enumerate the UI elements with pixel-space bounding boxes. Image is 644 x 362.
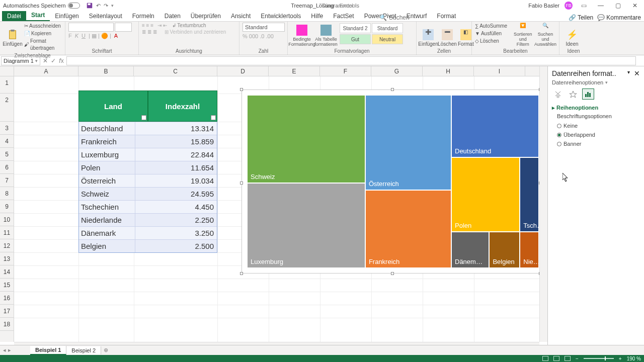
view-pagebreak-icon[interactable] [565,356,571,361]
row-headers[interactable]: 1 2 3 4 5 6 7 8 9 10 11 12 13 14 15 16 1… [0,76,14,342]
pane-subtitle[interactable]: Datenreihenoptionen▾ [552,79,640,85]
sort-filter-button[interactable]: 🔽Sortieren und Filtern [513,23,533,47]
row-3[interactable]: 3 [0,122,14,135]
col-F[interactable]: F [320,66,371,76]
autosum-button[interactable]: ∑ AutoSumme [475,23,511,30]
cell-land[interactable]: Frankreich [79,135,135,148]
row-1[interactable]: 1 [0,76,14,94]
table-row[interactable]: Polen11.654 [79,161,217,174]
cell-land[interactable]: Polen [79,161,135,174]
toggle-icon[interactable] [68,3,80,9]
format-as-table-button[interactable]: Als Tabelle formatieren [315,23,337,47]
table-row[interactable]: Belgien2.500 [79,239,217,252]
tab-view[interactable]: Ansicht [226,11,256,21]
col-B[interactable]: B [78,66,134,76]
cell-land[interactable]: Belgien [79,240,135,252]
col-G[interactable]: G [371,66,423,76]
cell-index[interactable]: 4.450 [135,201,217,213]
wrap-text-button[interactable]: ↲ Textumbruch [172,23,206,28]
cell-index[interactable]: 2.250 [135,214,217,226]
vertical-scrollbar[interactable] [539,66,547,342]
option-uberlappend[interactable]: Überlappend [557,130,640,139]
col-D[interactable]: D [217,66,269,76]
cancel-fx-icon[interactable]: ✕ [41,57,49,64]
cell-style-1[interactable]: Standard 2 [340,23,371,33]
qat-dropdown-icon[interactable]: ▾ [111,3,114,8]
cut-button[interactable]: ✂ Ausschneiden [24,23,62,30]
table-row[interactable]: Dänemark3.250 [79,226,217,239]
worksheet-grid[interactable]: A B C D E F G H I 1 2 3 4 5 6 7 8 9 10 1… [0,66,547,349]
tab-insert[interactable]: Einfügen [50,11,84,21]
row-10[interactable]: 10 [0,213,14,226]
number-format-select[interactable]: Standard [243,23,285,32]
row-6[interactable]: 6 [0,161,14,174]
fx-icon[interactable]: fx [57,57,65,64]
cell-land[interactable]: Niederlande [79,214,135,226]
tab-format[interactable]: Format [432,11,461,21]
col-H[interactable]: H [423,66,474,76]
tm-polen[interactable]: Polen [451,157,520,232]
tm-niederlande[interactable]: Nie… [520,232,539,268]
tm-osterreich[interactable]: Österreich [365,95,451,190]
sheet-tab-1[interactable]: Beispiel 1 [30,346,66,355]
insert-cells-button[interactable]: ➕Einfügen [420,23,437,47]
filter-icon[interactable] [211,115,216,120]
cell-index[interactable]: 15.859 [135,135,217,148]
table-row[interactable]: Schweiz24.595 [79,187,217,200]
tab-developer[interactable]: Entwicklertools [256,11,306,21]
sheet-nav-next-icon[interactable]: ▸ [8,347,11,353]
copy-button[interactable]: 📄 Kopieren [24,30,62,37]
cell-index[interactable]: 22.844 [135,148,217,161]
delete-cells-button[interactable]: ➖Löschen [439,23,456,47]
col-C[interactable]: C [134,66,217,76]
section-reihenoptionen[interactable]: ▸ Reihenoptionen [552,105,640,111]
font-name-select[interactable] [68,23,114,32]
row-11[interactable]: 11 [0,226,14,239]
user-name[interactable]: Fabio Basler [528,3,559,9]
tm-danemark[interactable]: Dänem… [451,232,489,268]
cell-land[interactable]: Schweiz [79,188,135,200]
cell-style-3[interactable]: Gut [340,34,371,44]
tab-factset[interactable]: FactSet [328,11,359,21]
cell-index[interactable]: 3.250 [135,227,217,239]
comments-button[interactable]: 💬Kommentare [597,14,641,21]
tab-file[interactable]: Datei [2,11,26,21]
add-sheet-icon[interactable]: ⊕ [101,347,110,353]
cell-land[interactable]: Deutschland [79,122,135,135]
pane-dropdown-icon[interactable]: ▾ [627,69,630,77]
series-options-tab-icon[interactable] [582,88,594,100]
cell-land[interactable]: Luxemburg [79,148,135,161]
view-normal-icon[interactable] [542,356,548,361]
cell-land[interactable]: Dänemark [79,227,135,239]
row-18[interactable]: 18 [0,318,14,331]
cell-index[interactable]: 24.595 [135,188,217,200]
tab-layout[interactable]: Seitenlayout [84,11,127,21]
cell-land[interactable]: Tschechien [79,201,135,213]
zoom-slider[interactable] [584,358,614,359]
ribbon-display-icon[interactable]: ▭ [578,2,590,10]
tm-belgien[interactable]: Belgien [489,232,520,268]
tm-luxemburg[interactable]: Luxemburg [247,183,365,268]
merge-button[interactable]: ⊞ Verbinden und zentrieren [165,29,226,35]
minimize-icon[interactable]: — [595,2,607,10]
row-13[interactable]: 13 [0,252,14,265]
column-headers[interactable]: A B C D E F G H I [14,66,539,76]
table-row[interactable]: Niederlande2.250 [79,213,217,226]
maximize-icon[interactable]: ▢ [612,2,624,10]
cell-index[interactable]: 2.500 [135,240,217,252]
row-16[interactable]: 16 [0,292,14,305]
option-banner[interactable]: Banner [557,139,640,148]
sheet-nav-prev-icon[interactable]: ◂ [3,347,6,353]
row-5[interactable]: 5 [0,148,14,161]
col-A[interactable]: A [14,66,78,76]
save-icon[interactable] [86,2,93,9]
zoom-level[interactable]: 190 % [627,356,641,361]
row-15[interactable]: 15 [0,279,14,292]
conditional-formatting-button[interactable]: Bedingte Formatierung [291,23,313,47]
treemap-plot[interactable]: Schweiz Luxemburg Österreich Frankreich … [247,95,539,268]
table-row[interactable]: Deutschland13.314 [79,122,217,135]
header-indexzahl[interactable]: Indexzahl [148,90,217,122]
enter-fx-icon[interactable]: ✓ [49,57,57,64]
find-select-button[interactable]: 🔍Suchen und Auswählen [535,23,556,47]
tab-review[interactable]: Überprüfen [186,11,226,21]
